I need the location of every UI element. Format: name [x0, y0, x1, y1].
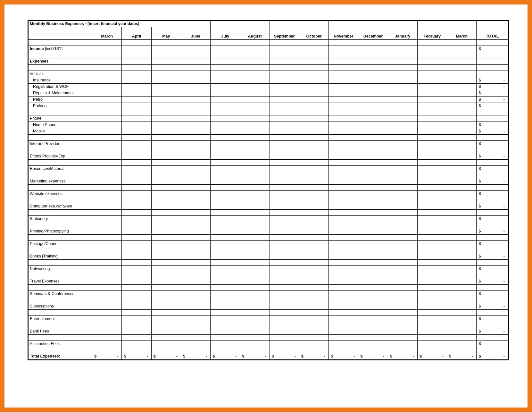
cell[interactable]	[151, 58, 181, 65]
cell[interactable]	[122, 266, 151, 272]
cell[interactable]	[29, 272, 92, 278]
cell[interactable]	[358, 335, 388, 341]
income-cell[interactable]	[151, 46, 181, 52]
cell[interactable]	[181, 222, 210, 228]
cell[interactable]	[417, 178, 447, 185]
cell[interactable]	[417, 322, 447, 328]
cell[interactable]	[151, 272, 181, 278]
cell[interactable]	[358, 58, 388, 65]
cell[interactable]	[270, 191, 299, 197]
total-cell[interactable]: $-	[477, 266, 508, 272]
cell[interactable]	[388, 21, 417, 27]
cell[interactable]	[122, 115, 151, 122]
cell[interactable]	[417, 210, 447, 216]
cell[interactable]	[388, 278, 417, 285]
cell[interactable]	[92, 210, 122, 216]
cell[interactable]	[122, 285, 151, 291]
cell[interactable]	[299, 222, 328, 228]
cell[interactable]	[270, 210, 299, 216]
cell[interactable]	[477, 27, 508, 33]
cell[interactable]	[270, 322, 299, 328]
cell[interactable]	[211, 266, 240, 272]
cell[interactable]	[417, 216, 447, 222]
cell[interactable]	[299, 285, 328, 291]
cell[interactable]	[211, 335, 240, 341]
cell[interactable]	[122, 178, 151, 185]
cell[interactable]	[417, 40, 447, 46]
cell[interactable]	[240, 71, 270, 77]
cell[interactable]	[211, 185, 240, 191]
cell[interactable]	[270, 216, 299, 222]
cell[interactable]	[122, 128, 151, 135]
cell[interactable]	[122, 65, 151, 71]
cell[interactable]	[211, 115, 240, 122]
cell[interactable]	[388, 84, 417, 90]
cell[interactable]	[29, 135, 92, 141]
cell[interactable]	[417, 122, 447, 128]
cell[interactable]	[329, 285, 358, 291]
cell[interactable]	[211, 235, 240, 241]
cell[interactable]	[122, 222, 151, 228]
cell[interactable]	[151, 166, 181, 172]
cell[interactable]	[122, 341, 151, 347]
cell[interactable]	[122, 58, 151, 65]
cell[interactable]	[181, 316, 210, 322]
cell[interactable]	[447, 278, 477, 285]
cell[interactable]	[358, 172, 388, 178]
cell[interactable]	[299, 27, 328, 33]
cell[interactable]	[358, 266, 388, 272]
total-cell[interactable]: $-	[477, 141, 508, 147]
cell[interactable]	[270, 228, 299, 235]
cell[interactable]	[270, 222, 299, 228]
cell[interactable]	[358, 278, 388, 285]
cell[interactable]	[240, 172, 270, 178]
cell[interactable]	[270, 278, 299, 285]
cell[interactable]	[358, 109, 388, 115]
cell[interactable]	[358, 27, 388, 33]
cell[interactable]	[181, 135, 210, 141]
income-cell[interactable]	[211, 46, 240, 52]
cell[interactable]	[447, 203, 477, 210]
cell[interactable]	[329, 347, 358, 353]
cell[interactable]	[299, 253, 328, 260]
income-cell[interactable]	[329, 46, 358, 52]
cell[interactable]	[92, 109, 122, 115]
cell[interactable]	[299, 272, 328, 278]
cell[interactable]	[92, 77, 122, 84]
cell[interactable]	[447, 160, 477, 166]
cell[interactable]	[388, 97, 417, 103]
cell[interactable]	[329, 160, 358, 166]
cell[interactable]	[92, 58, 122, 65]
cell[interactable]	[122, 147, 151, 153]
cell[interactable]	[477, 285, 508, 291]
cell[interactable]	[329, 303, 358, 310]
cell[interactable]	[388, 71, 417, 77]
cell[interactable]	[181, 97, 210, 103]
cell[interactable]	[477, 160, 508, 166]
cell[interactable]	[92, 272, 122, 278]
cell[interactable]	[358, 84, 388, 90]
cell[interactable]	[92, 197, 122, 203]
cell[interactable]	[358, 316, 388, 322]
cell[interactable]	[211, 222, 240, 228]
cell[interactable]	[92, 335, 122, 341]
cell[interactable]	[358, 77, 388, 84]
cell[interactable]	[447, 27, 477, 33]
cell[interactable]	[211, 77, 240, 84]
cell[interactable]	[477, 260, 508, 266]
cell[interactable]	[299, 341, 328, 347]
cell[interactable]	[181, 297, 210, 303]
cell[interactable]	[240, 253, 270, 260]
total-cell[interactable]: $-	[477, 228, 508, 235]
total-cell[interactable]: $-	[477, 84, 508, 90]
cell[interactable]	[299, 216, 328, 222]
cell[interactable]	[151, 90, 181, 97]
cell[interactable]	[329, 216, 358, 222]
cell[interactable]	[299, 197, 328, 203]
cell[interactable]	[447, 197, 477, 203]
cell[interactable]	[122, 84, 151, 90]
total-cell[interactable]: $-	[477, 77, 508, 84]
cell[interactable]	[447, 65, 477, 71]
cell[interactable]	[151, 178, 181, 185]
cell[interactable]	[447, 103, 477, 109]
